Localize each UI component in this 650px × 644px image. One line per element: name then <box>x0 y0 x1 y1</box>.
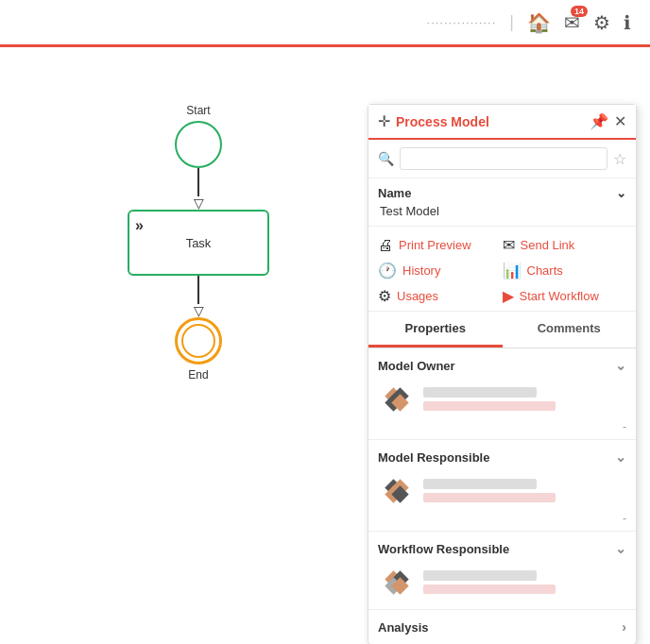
name-section-header[interactable]: Name ⌄ <box>378 186 626 200</box>
start-workflow-icon: ▶ <box>503 287 514 305</box>
workflow-responsible-chevron-icon: ⌄ <box>615 541 626 556</box>
panel-search-bar: 🔍 ☆ <box>368 140 636 178</box>
responsible-avatar-svg <box>378 472 414 508</box>
workflow-email-blurred <box>423 585 556 594</box>
panel-header: ✛ Process Model 📌 ✕ <box>368 105 636 140</box>
print-preview-label: Print Preview <box>399 238 471 252</box>
charts-label: Charts <box>527 263 563 278</box>
open-arrowhead-2: ▽ <box>194 304 204 317</box>
move-icon: ✛ <box>378 112 390 130</box>
pin-icon[interactable]: 📌 <box>590 112 608 130</box>
charts-icon: 📊 <box>503 262 522 280</box>
owner-dash: - <box>378 420 626 433</box>
nav-divider: | <box>509 12 514 32</box>
send-link-icon: ✉ <box>503 236 515 254</box>
model-owner-chevron-icon: ⌄ <box>615 358 626 373</box>
usages-icon: ⚙ <box>378 287 391 305</box>
end-event <box>175 317 222 364</box>
workflow-responsible-title: Workflow Responsible <box>378 542 509 556</box>
top-navigation: ················ | 🏠 ✉ 14 ⚙ ℹ <box>0 0 650 47</box>
send-link-label: Send Link <box>521 238 575 252</box>
responsible-email-blurred <box>423 493 556 502</box>
task-marker-icon: » <box>135 217 144 234</box>
send-link-action[interactable]: ✉ Send Link <box>503 236 627 254</box>
model-responsible-section: Model Responsible ⌄ <box>368 440 636 532</box>
workflow-responsible-header[interactable]: Workflow Responsible ⌄ <box>378 541 626 556</box>
panel-actions: 🖨 Print Preview ✉ Send Link 🕐 History 📊 … <box>368 227 636 312</box>
owner-name-blurred <box>423 387 537 398</box>
favorite-icon[interactable]: ☆ <box>613 150 626 168</box>
workflow-responsible-row <box>378 564 626 600</box>
model-owner-section: Model Owner ⌄ <box>368 348 636 440</box>
end-label: End <box>76 368 321 381</box>
model-responsible-row <box>378 472 626 508</box>
print-icon: 🖨 <box>378 237 393 254</box>
mail-icon[interactable]: ✉ 14 <box>564 11 580 34</box>
analysis-label: Analysis <box>378 620 428 635</box>
mail-badge: 14 <box>571 6 588 17</box>
owner-avatar-svg <box>378 381 414 416</box>
home-icon[interactable]: 🏠 <box>527 11 551 34</box>
responsible-name-blurred <box>423 479 537 489</box>
start-workflow-action[interactable]: ▶ Start Workflow <box>503 287 627 305</box>
owner-details <box>423 387 626 411</box>
print-preview-action[interactable]: 🖨 Print Preview <box>378 236 503 254</box>
model-responsible-header[interactable]: Model Responsible ⌄ <box>378 449 626 465</box>
panel-properties-content: Model Owner ⌄ <box>368 348 636 644</box>
search-input[interactable] <box>400 147 607 170</box>
usages-label: Usages <box>397 289 438 303</box>
arrow-task-to-end: ▽ <box>76 276 321 317</box>
model-responsible-chevron-icon: ⌄ <box>615 449 626 465</box>
workflow-name-blurred <box>423 570 537 581</box>
tab-comments[interactable]: Comments <box>503 312 637 347</box>
tab-properties[interactable]: Properties <box>368 312 503 347</box>
open-arrowhead: ▽ <box>194 196 204 210</box>
owner-email-blurred <box>423 401 556 411</box>
workflow-avatar-svg <box>378 564 414 600</box>
task-element[interactable]: » Task <box>128 210 269 276</box>
start-workflow-label: Start Workflow <box>520 289 599 303</box>
model-owner-row <box>378 381 626 416</box>
arrow-start-to-task: ▽ <box>76 168 321 210</box>
workflow-responsible-details <box>423 570 626 594</box>
responsible-avatar <box>378 472 414 508</box>
model-name-value: Test Model <box>378 204 626 218</box>
name-section: Name ⌄ Test Model <box>368 178 636 227</box>
start-label: Start <box>76 104 321 117</box>
process-model-panel: ✛ Process Model 📌 ✕ 🔍 ☆ Name ⌄ Test Mode… <box>368 104 637 644</box>
name-chevron-icon: ⌄ <box>616 186 626 200</box>
analysis-row[interactable]: Analysis › <box>368 610 636 644</box>
history-icon: 🕐 <box>378 262 397 280</box>
usages-action[interactable]: ⚙ Usages <box>378 287 503 305</box>
nav-username: ················ <box>427 15 497 29</box>
task-label: Task <box>186 236 212 250</box>
responsible-dash: - <box>378 512 626 525</box>
main-canvas: Start ▽ » Task ▽ End ✛ Process Model 📌 <box>0 47 650 644</box>
settings-icon[interactable]: ⚙ <box>593 11 610 34</box>
charts-action[interactable]: 📊 Charts <box>503 262 627 280</box>
panel-tabs: Properties Comments <box>368 312 636 348</box>
info-icon[interactable]: ℹ <box>624 11 631 34</box>
analysis-chevron-icon: › <box>622 619 626 635</box>
workflow-avatar <box>378 564 414 600</box>
model-owner-header[interactable]: Model Owner ⌄ <box>378 358 626 373</box>
history-action[interactable]: 🕐 History <box>378 262 503 280</box>
name-label: Name <box>378 186 411 200</box>
start-event <box>175 121 222 168</box>
workflow-responsible-section: Workflow Responsible ⌄ <box>368 532 636 610</box>
history-label: History <box>402 263 440 278</box>
close-icon[interactable]: ✕ <box>614 112 626 130</box>
responsible-details <box>423 479 626 502</box>
bpmn-diagram: Start ▽ » Task ▽ End <box>76 104 321 385</box>
panel-title: Process Model <box>396 114 584 129</box>
model-responsible-title: Model Responsible <box>378 450 489 465</box>
owner-avatar <box>378 381 414 416</box>
model-owner-title: Model Owner <box>378 359 455 373</box>
search-icon: 🔍 <box>378 151 394 166</box>
